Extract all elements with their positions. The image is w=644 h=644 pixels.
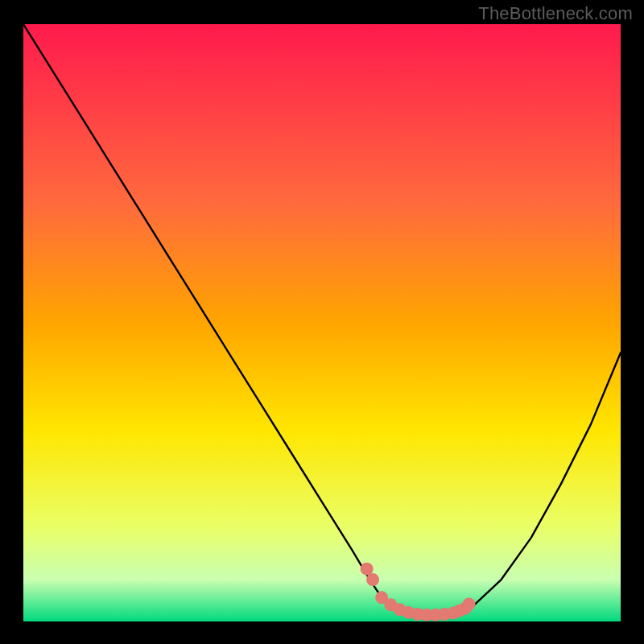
plot-area bbox=[23, 24, 621, 621]
chart-svg bbox=[23, 24, 621, 621]
gradient-background bbox=[23, 24, 621, 621]
highlight-dot bbox=[366, 573, 379, 586]
chart-stage: TheBottleneck.com bbox=[0, 0, 644, 644]
highlight-dot bbox=[463, 597, 476, 610]
watermark-text: TheBottleneck.com bbox=[478, 3, 633, 24]
